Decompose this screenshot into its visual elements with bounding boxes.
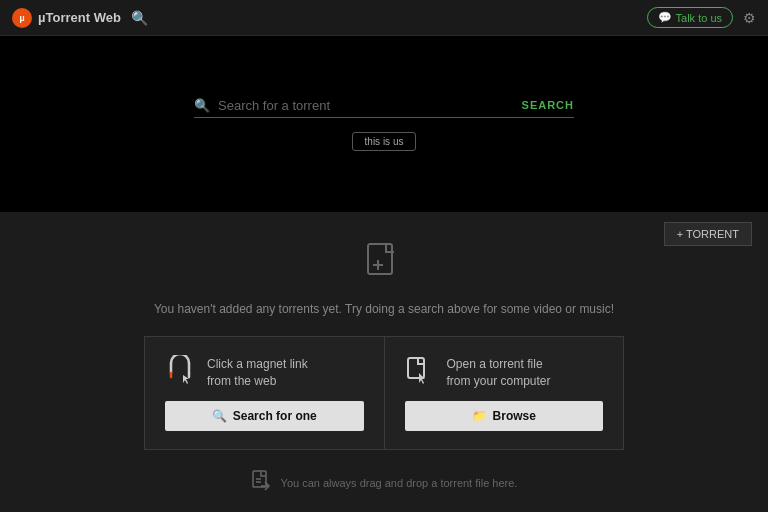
file-icon-container: [366, 242, 402, 290]
browse-card: Open a torrent file from your computer 📁…: [384, 336, 625, 450]
magnet-card-title-line2: from the web: [207, 373, 308, 390]
topbar-left: µ µTorrent Web 🔍: [12, 8, 148, 28]
magnet-card-title-line1: Click a magnet link: [207, 356, 308, 373]
empty-message: You haven't added any torrents yet. Try …: [154, 302, 614, 316]
chat-icon: 💬: [658, 11, 672, 24]
search-input[interactable]: [218, 98, 522, 113]
search-for-one-icon: 🔍: [212, 409, 227, 423]
browse-button[interactable]: 📁 Browse: [405, 401, 604, 431]
app-title: µTorrent Web: [38, 10, 121, 25]
cards-row: Click a magnet link from the web 🔍 Searc…: [144, 336, 624, 450]
settings-icon[interactable]: ⚙: [743, 10, 756, 26]
browse-icon: 📁: [472, 409, 487, 423]
add-file-icon: [366, 242, 402, 286]
browse-card-title-line2: from your computer: [447, 373, 551, 390]
utorrent-logo-icon: µ: [12, 8, 32, 28]
magnet-icon: [165, 355, 195, 391]
hero-section: 🔍 SEARCH this is us: [0, 36, 768, 212]
topbar: µ µTorrent Web 🔍 💬 Talk to us ⚙: [0, 0, 768, 36]
file-browse-icon: [405, 355, 435, 391]
magnet-card: Click a magnet link from the web 🔍 Searc…: [144, 336, 384, 450]
add-torrent-button[interactable]: + TORRENT: [664, 222, 752, 246]
logo-area: µ µTorrent Web: [12, 8, 121, 28]
svg-rect-0: [368, 244, 392, 274]
main-section: + TORRENT You haven't added any torrents…: [0, 212, 768, 512]
this-is-us-button[interactable]: this is us: [352, 132, 417, 151]
browse-card-top: Open a torrent file from your computer: [405, 355, 604, 391]
topbar-search-icon[interactable]: 🔍: [131, 10, 148, 26]
search-for-one-button[interactable]: 🔍 Search for one: [165, 401, 364, 431]
browse-card-title-line1: Open a torrent file: [447, 356, 551, 373]
search-bar-icon: 🔍: [194, 98, 210, 113]
search-button[interactable]: SEARCH: [522, 99, 574, 111]
topbar-right: 💬 Talk to us ⚙: [647, 7, 756, 28]
svg-rect-8: [408, 358, 424, 378]
search-bar-container: 🔍 SEARCH: [194, 98, 574, 118]
magnet-card-top: Click a magnet link from the web: [165, 355, 364, 391]
drag-drop-bar: You can always drag and drop a torrent f…: [251, 469, 518, 496]
drag-drop-icon: [251, 469, 273, 496]
browse-card-text: Open a torrent file from your computer: [447, 356, 551, 390]
magnet-card-text: Click a magnet link from the web: [207, 356, 308, 390]
drag-drop-text: You can always drag and drop a torrent f…: [281, 477, 518, 489]
talk-to-us-button[interactable]: 💬 Talk to us: [647, 7, 733, 28]
